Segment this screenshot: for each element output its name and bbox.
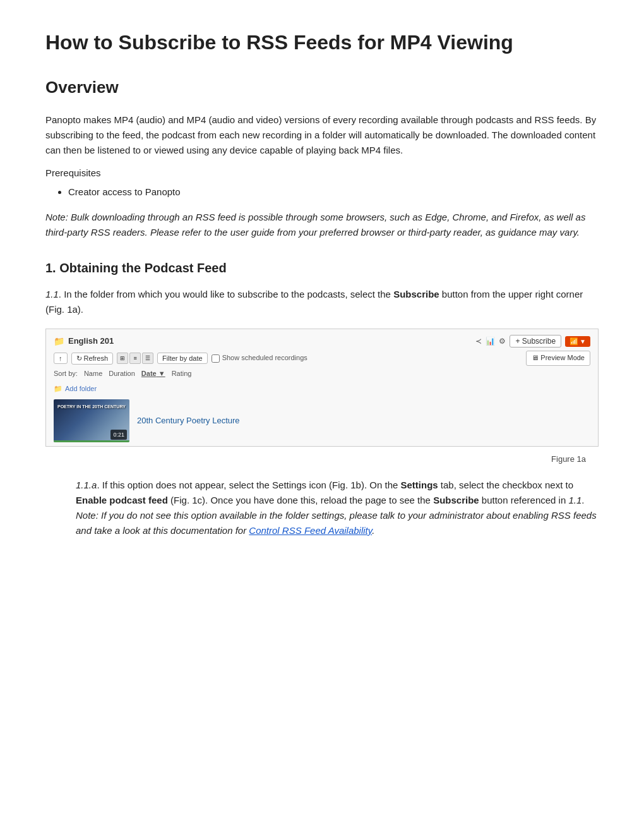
settings-bold: Settings [401,480,438,490]
subscribe-bold: Subscribe [393,289,439,299]
gear-icon: ⚙ [499,335,506,348]
page-title: How to Subscribe to RSS Feeds for MP4 Vi… [45,30,599,54]
chart-icon: 📊 [486,335,495,348]
sort-date[interactable]: Date ▼ [141,368,165,380]
step-number: 1.1 [45,289,59,299]
figure-caption: Figure 1a [45,453,599,466]
subscribe-bold-2: Subscribe [433,495,479,505]
progress-bar [54,440,129,442]
video-item: POETRY IN THE 20TH CENTURY 0:21 20th Cen… [54,399,590,442]
sort-label: Sort by: [54,368,78,380]
figure-1a: 📁 English 201 ≺ 📊 ⚙ + Subscribe 📶 ▼ [45,329,599,447]
folder-name-row: 📁 English 201 [54,334,114,348]
grid-view-icon[interactable]: ⊞ [117,353,128,364]
step-ref: 1.1 [568,495,581,505]
right-buttons-area: ≺ 📊 ⚙ + Subscribe 📶 ▼ [475,335,590,348]
step-1a-number: 1.1.a [76,480,97,490]
overview-body: Panopto makes MP4 (audio) and MP4 (audio… [45,112,599,158]
section-1: 1. Obtaining the Podcast Feed 1.1. In th… [45,258,599,538]
step-1-1-a-text: 1.1.a. If this option does not appear, s… [76,478,599,538]
sort-name[interactable]: Name [84,368,102,380]
add-folder-label: Add folder [65,384,97,395]
add-folder-icon: 📁 [54,384,63,395]
show-scheduled-checkbox[interactable] [212,354,220,363]
prereq-list: Creator access to Panopto [68,184,599,200]
toolbar-row: ↑ ↻ Refresh ⊞ ≡ ☰ Filter by date Show sc… [54,351,590,366]
enable-podcast-bold: Enable podcast feed [76,495,168,505]
up-icon: ↑ [59,354,63,362]
subscribe-button[interactable]: + Subscribe [510,335,561,348]
note-text: Note: Bulk downloading through an RSS fe… [45,212,585,238]
note-block: Note: Bulk downloading through an RSS fe… [45,210,599,240]
view-icons: ⊞ ≡ ☰ [117,353,153,364]
sort-duration[interactable]: Duration [109,368,135,380]
video-title-link[interactable]: 20th Century Poetry Lecture [137,414,240,428]
monitor-icon: 🖥 [532,353,539,364]
section1-heading: 1. Obtaining the Podcast Feed [45,258,599,278]
prereq-item: Creator access to Panopto [68,184,599,200]
refresh-icon: ↻ [76,354,82,363]
list-view-icon[interactable]: ≡ [129,353,141,364]
share-button[interactable]: ≺ [475,335,482,348]
share-icon: ≺ [475,335,482,348]
filter-button[interactable]: Filter by date [157,353,208,364]
step-1-1-text: 1.1. In the folder from which you would … [45,287,599,317]
sort-rating[interactable]: Rating [172,368,192,380]
up-button[interactable]: ↑ [54,353,68,364]
rss-button[interactable]: 📶 ▼ [565,336,590,347]
folder-name-label: English 201 [68,335,114,348]
overview-section: Overview Panopto makes MP4 (audio) and M… [45,75,599,240]
thumb-badge: 0:21 [110,430,127,440]
folder-bar: 📁 English 201 ≺ 📊 ⚙ + Subscribe 📶 ▼ [54,334,590,348]
compact-view-icon[interactable]: ☰ [142,353,153,364]
rss-availability-link[interactable]: Control RSS Feed Availability [249,525,372,536]
prereq-label: Prerequisites [45,166,599,181]
italic-note: Note: If you do not see this option avai… [76,510,597,536]
folder-icon: 📁 [54,334,64,348]
video-thumbnail[interactable]: POETRY IN THE 20TH CENTURY 0:21 [54,399,129,442]
show-scheduled-label: Show scheduled recordings [222,353,307,364]
step-1-1-a: 1.1.a. If this option does not appear, s… [76,478,599,538]
sort-row: Sort by: Name Duration Date ▼ Rating [54,368,590,380]
rss-icon: 📶 [569,337,578,346]
add-folder-row[interactable]: 📁 Add folder [54,384,590,395]
refresh-button[interactable]: ↻ Refresh [71,353,114,365]
thumb-text: POETRY IN THE 20TH CENTURY [57,404,126,409]
show-scheduled-row: Show scheduled recordings [212,353,307,364]
preview-mode-button[interactable]: 🖥 Preview Mode [526,351,590,366]
overview-heading: Overview [45,75,599,101]
